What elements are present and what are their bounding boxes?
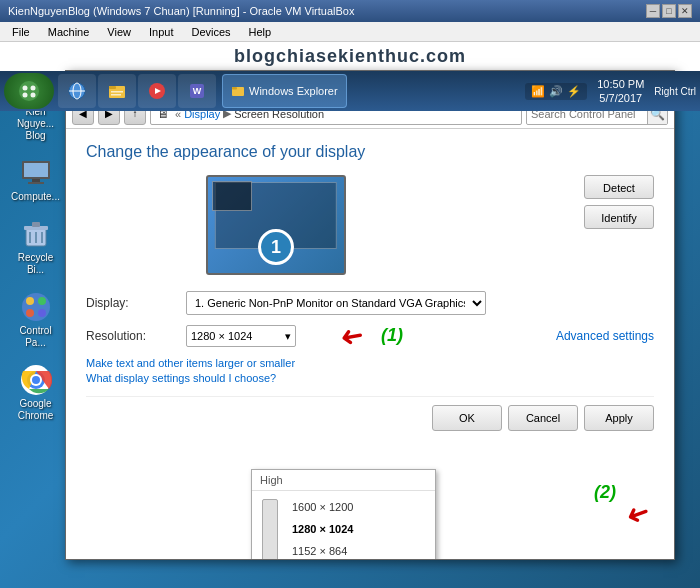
right-ctrl-label: Right Ctrl [654, 86, 696, 97]
kien-label: Kien Nguye... Blog [8, 106, 63, 142]
vbox-menu-machine[interactable]: Machine [40, 24, 98, 40]
monitor-number-badge: 1 [258, 229, 294, 265]
tray-network-icon: 📶 [531, 85, 545, 98]
svg-rect-3 [24, 163, 48, 177]
svg-rect-31 [111, 91, 123, 93]
control-panel-icon [20, 291, 52, 323]
recycle-icon [20, 218, 52, 250]
res-slider-track [262, 499, 278, 559]
resolution-settings-row: Resolution: 1280 × 1024 ▾ ➜ (1) Advanced… [86, 325, 654, 347]
desktop-icons: K Kien Nguye... Blog Compute.. [8, 72, 63, 422]
vbox-menu-help[interactable]: Help [241, 24, 280, 40]
svg-point-25 [31, 93, 36, 98]
media-icon [147, 81, 167, 101]
resolution-label: Resolution: [86, 329, 186, 343]
desktop-icon-chrome[interactable]: Google Chrome [8, 364, 63, 422]
tray-power-icon: ⚡ [567, 85, 581, 98]
svg-point-14 [38, 297, 46, 305]
clock-date: 5/7/2017 [599, 91, 642, 105]
vbox-menu-file[interactable]: File [4, 24, 38, 40]
resolution-control: 1280 × 1024 ▾ [186, 325, 556, 347]
high-label: High [260, 474, 283, 486]
vbox-close-button[interactable]: ✕ [678, 4, 692, 18]
svg-rect-4 [32, 179, 40, 182]
res-option-0[interactable]: 1600 × 1200 [286, 497, 429, 517]
cp-content: Change the appearance of your display 1 … [66, 129, 674, 559]
svg-rect-8 [32, 222, 40, 227]
annotation-arrow-2: ➜ [622, 495, 655, 534]
res-options: 1600 × 1200 1280 × 1024 1152 × 864 1024 … [286, 497, 429, 559]
res-option-1[interactable]: 1280 × 1024 [286, 519, 429, 539]
ok-button[interactable]: OK [432, 405, 502, 431]
vbox-menu-input[interactable]: Input [141, 24, 181, 40]
ie-icon [67, 81, 87, 101]
identify-button[interactable]: Identify [584, 205, 654, 229]
taskbar-pinned-apps: W [58, 74, 216, 108]
cp-bottom-links: Make text and other items larger or smal… [86, 357, 654, 384]
annotation-label-2: (2) [594, 482, 616, 503]
windows-explorer-label: Windows Explorer [249, 85, 338, 97]
computer-icon [20, 157, 52, 189]
display-dropdown[interactable]: 1. Generic Non-PnP Monitor on Standard V… [186, 291, 486, 315]
display-control: 1. Generic Non-PnP Monitor on Standard V… [186, 291, 654, 315]
svg-point-24 [23, 93, 28, 98]
vbox-window: KienNguyenBlog (Windows 7 Chuan) [Runnin… [0, 0, 700, 588]
svg-point-16 [38, 309, 46, 317]
clock-area[interactable]: 10:50 PM 5/7/2017 [597, 77, 644, 106]
make-text-link[interactable]: Make text and other items larger or smal… [86, 357, 654, 369]
dropdown-arrow-icon: ▾ [285, 330, 291, 343]
annotation-label-1: (1) [381, 325, 403, 346]
taskbar-explorer-button[interactable] [98, 74, 136, 108]
recycle-label: Recycle Bi... [8, 252, 63, 276]
resolution-dropdown[interactable]: 1280 × 1024 ▾ [186, 325, 296, 347]
res-option-2[interactable]: 1152 × 864 [286, 541, 429, 559]
guest-area: blogchiasekienthuc.com K Kien Nguye... B… [0, 42, 700, 588]
explorer-icon [107, 81, 127, 101]
display-settings-row: Display: 1. Generic Non-PnP Monitor on S… [86, 291, 654, 315]
svg-point-13 [26, 297, 34, 305]
apply-button[interactable]: Apply [584, 405, 654, 431]
vbox-maximize-button[interactable]: □ [662, 4, 676, 18]
taskbar-windows-explorer-app[interactable]: Windows Explorer [222, 74, 347, 108]
svg-text:W: W [193, 86, 202, 96]
advanced-settings-link[interactable]: Advanced settings [556, 329, 654, 343]
win7-desktop: blogchiasekienthuc.com K Kien Nguye... B… [0, 42, 700, 588]
extra-icon: W [187, 81, 207, 101]
desktop-icon-recycle[interactable]: Recycle Bi... [8, 218, 63, 276]
desktop-icon-control[interactable]: Control Pa... [8, 291, 63, 349]
monitor-preview: 1 [206, 175, 346, 275]
res-slider-area: 1600 × 1200 1280 × 1024 1152 × 864 1024 … [252, 491, 435, 559]
vbox-menu-view[interactable]: View [99, 24, 139, 40]
start-button[interactable] [4, 73, 54, 109]
dialog-buttons-row: OK Cancel Apply [86, 396, 654, 431]
svg-point-23 [31, 86, 36, 91]
taskbar-extra-button[interactable]: W [178, 74, 216, 108]
vbox-menu-devices[interactable]: Devices [183, 24, 238, 40]
taskbar-right: 📶 🔊 ⚡ 10:50 PM 5/7/2017 Right Ctrl [525, 77, 696, 106]
vbox-titlebar: KienNguyenBlog (Windows 7 Chuan) [Runnin… [0, 0, 700, 22]
computer-label: Compute... [11, 191, 60, 203]
vbox-minimize-button[interactable]: ─ [646, 4, 660, 18]
taskbar-ie-button[interactable] [58, 74, 96, 108]
desktop-icon-computer[interactable]: Compute... [8, 157, 63, 203]
resolution-value: 1280 × 1024 [191, 330, 252, 342]
what-display-link[interactable]: What display settings should I choose? [86, 372, 654, 384]
cancel-button[interactable]: Cancel [508, 405, 578, 431]
resolution-popup: High 1600 × 1200 1280 × 1024 1152 × 864 … [251, 469, 436, 559]
svg-rect-32 [111, 94, 121, 96]
control-panel-label: Control Pa... [8, 325, 63, 349]
svg-point-21 [19, 81, 39, 101]
start-icon [17, 79, 41, 103]
blog-header: blogchiasekienthuc.com [0, 42, 700, 71]
chrome-label: Google Chrome [8, 398, 63, 422]
taskbar-media-button[interactable] [138, 74, 176, 108]
folder-icon [231, 84, 245, 98]
display-label: Display: [86, 296, 186, 310]
svg-point-22 [23, 86, 28, 91]
svg-point-20 [32, 376, 40, 384]
vbox-menubar: File Machine View Input Devices Help [0, 22, 700, 42]
screen-resolution-window: Screen Resolution ─ □ ✕ ◀ ▶ ↑ 🖥 « [65, 70, 675, 560]
tray-sound-icon: 🔊 [549, 85, 563, 98]
svg-point-15 [26, 309, 34, 317]
detect-button[interactable]: Detect [584, 175, 654, 199]
